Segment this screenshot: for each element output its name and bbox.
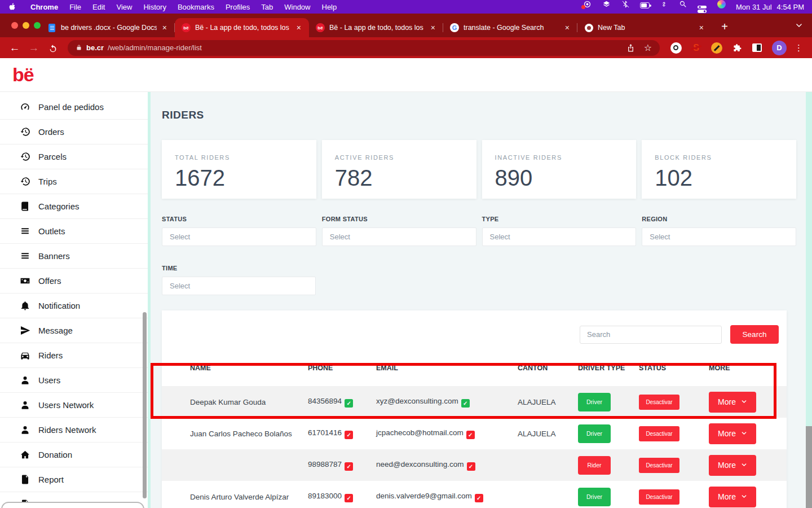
- sidebar-item-label: Trips: [38, 177, 57, 186]
- more-button[interactable]: More: [709, 423, 756, 444]
- sidebar-item-parcels[interactable]: Parcels: [0, 144, 148, 169]
- minimize-window-button[interactable]: [23, 22, 29, 29]
- share-icon[interactable]: [626, 43, 635, 52]
- sidebar: Panel de pedidosOrdersParcelsTripsCatego…: [0, 92, 151, 508]
- stat-value: 102: [655, 165, 783, 191]
- siri-icon[interactable]: [717, 0, 726, 8]
- menu-item-edit[interactable]: Edit: [87, 3, 111, 11]
- deactivate-button[interactable]: Desactivar: [639, 489, 679, 505]
- driver-type-button[interactable]: Rider: [578, 456, 611, 475]
- more-button[interactable]: More: [709, 392, 756, 413]
- menu-item-chrome[interactable]: Chrome: [25, 3, 64, 11]
- search-input[interactable]: [580, 326, 722, 344]
- sidebar-item-notification[interactable]: Notification: [0, 294, 148, 318]
- zoom-window-button[interactable]: [34, 22, 41, 29]
- deactivate-button[interactable]: Desactivar: [639, 395, 679, 410]
- menu-item-tab[interactable]: Tab: [255, 3, 279, 11]
- forward-icon[interactable]: →: [26, 42, 42, 54]
- menu-item-profiles[interactable]: Profiles: [220, 3, 255, 11]
- sidebar-scrollbar[interactable]: [143, 312, 147, 498]
- control-center-icon[interactable]: [698, 5, 707, 14]
- tab-close-icon[interactable]: ×: [430, 23, 436, 32]
- new-tab-button[interactable]: +: [717, 20, 732, 33]
- back-icon[interactable]: ←: [7, 42, 23, 54]
- sidebar-item-donation[interactable]: Donation: [0, 443, 148, 467]
- profile-avatar[interactable]: D: [772, 41, 787, 55]
- adblock-extension-icon[interactable]: S: [690, 42, 702, 54]
- reload-icon[interactable]: [45, 42, 61, 54]
- layers-icon[interactable]: [602, 0, 611, 8]
- tab-close-icon[interactable]: ×: [161, 23, 168, 32]
- driver-type-button[interactable]: Driver: [578, 424, 611, 443]
- user-icon: [20, 424, 30, 435]
- deactivate-button[interactable]: Desactivar: [639, 458, 679, 473]
- be-logo[interactable]: bë: [12, 64, 34, 86]
- address-bar[interactable]: be.cr /web/admin/manage-rider/list ☆: [68, 40, 660, 56]
- writer-extension-icon[interactable]: [710, 42, 722, 54]
- tab-close-icon[interactable]: ×: [564, 23, 571, 32]
- sidebar-item-users-network[interactable]: Users Network: [0, 393, 148, 418]
- tab-title: New Tab: [598, 24, 694, 32]
- driver-type-button[interactable]: Driver: [578, 393, 611, 411]
- page-scrollbar-thumb[interactable]: [806, 426, 812, 508]
- apple-icon[interactable]: [8, 2, 17, 11]
- menu-item-file[interactable]: File: [64, 3, 87, 11]
- sidebar-item-banners[interactable]: Banners: [0, 244, 148, 269]
- menu-item-bookmarks[interactable]: Bookmarks: [172, 3, 220, 11]
- sidebar-item-label: Report: [38, 475, 64, 484]
- filter-status: STATUSSelect: [162, 216, 316, 246]
- sidebar-item-riders-network[interactable]: Riders Network: [0, 418, 148, 443]
- search-button[interactable]: Search: [730, 325, 779, 344]
- side-panel-icon[interactable]: [751, 42, 763, 54]
- form-status-select[interactable]: Select: [322, 227, 476, 246]
- bluetooth-off-icon[interactable]: [621, 0, 630, 8]
- status-select[interactable]: Select: [162, 227, 316, 246]
- browser-tab-5[interactable]: New Tab×: [577, 18, 712, 37]
- bookmark-star-icon[interactable]: ☆: [644, 42, 652, 53]
- driver-type-button[interactable]: Driver: [578, 488, 611, 506]
- tab-search-chevron-icon[interactable]: [795, 21, 803, 32]
- browser-tab-2[interactable]: bëBë - La app de todo, todos los×: [175, 18, 309, 37]
- stat-card-inactive-riders: INACTIVE RIDERS890: [482, 140, 637, 199]
- recorder-extension-icon[interactable]: [670, 42, 682, 54]
- sidebar-item-categories[interactable]: Categories: [0, 194, 148, 219]
- sidebar-item-panel-de-pedidos[interactable]: Panel de pedidos: [0, 95, 148, 120]
- region-select[interactable]: Select: [642, 227, 796, 246]
- close-window-button[interactable]: [11, 22, 18, 29]
- sidebar-item-outlets[interactable]: Outlets: [0, 219, 148, 244]
- search-icon[interactable]: [678, 0, 688, 8]
- time-select[interactable]: Select: [162, 277, 316, 295]
- link-icon[interactable]: [659, 0, 669, 8]
- more-button[interactable]: More: [709, 487, 756, 507]
- battery-icon[interactable]: [640, 1, 650, 10]
- sidebar-item-users[interactable]: Users: [0, 368, 148, 393]
- deactivate-button[interactable]: Desactivar: [639, 426, 679, 441]
- type-select[interactable]: Select: [482, 227, 637, 246]
- sidebar-item-message[interactable]: Message: [0, 318, 148, 343]
- sidebar-item-orders[interactable]: Orders: [0, 120, 148, 144]
- more-button[interactable]: More: [709, 455, 756, 476]
- menu-bar-clock[interactable]: Mon 31 Jul 4:54 PM: [736, 3, 804, 11]
- browser-tab-3[interactable]: bëBë - La app de todo, todos los×: [309, 18, 443, 37]
- tab-close-icon[interactable]: ×: [295, 23, 302, 32]
- menu-item-window[interactable]: Window: [279, 3, 316, 11]
- screen-record-icon[interactable]: [582, 0, 592, 8]
- tab-close-icon[interactable]: ×: [698, 23, 705, 32]
- stat-card-active-riders: ACTIVE RIDERS782: [322, 140, 476, 199]
- sidebar-item-report[interactable]: Report: [0, 467, 148, 492]
- select-value: Select: [330, 233, 350, 241]
- sidebar-item-trips[interactable]: Trips: [0, 169, 148, 194]
- browser-tab-1[interactable]: be drivers .docx - Google Docs×: [41, 18, 175, 37]
- menu-item-help[interactable]: Help: [316, 3, 343, 11]
- puzzle-extensions-icon[interactable]: [731, 42, 743, 54]
- page-scrollbar-track[interactable]: [806, 92, 812, 426]
- browser-menu-icon[interactable]: ⋮: [792, 43, 805, 53]
- sidebar-item-label: Offers: [38, 276, 61, 286]
- email-address: need@dexconsulting.com: [376, 460, 464, 468]
- menu-item-view[interactable]: View: [111, 3, 138, 11]
- browser-tab-4[interactable]: Gtranslate - Google Search×: [443, 18, 577, 37]
- gauge-icon: [20, 102, 30, 112]
- sidebar-item-riders[interactable]: Riders: [0, 343, 148, 368]
- sidebar-item-offers[interactable]: Offers: [0, 269, 148, 294]
- menu-item-history[interactable]: History: [138, 3, 171, 11]
